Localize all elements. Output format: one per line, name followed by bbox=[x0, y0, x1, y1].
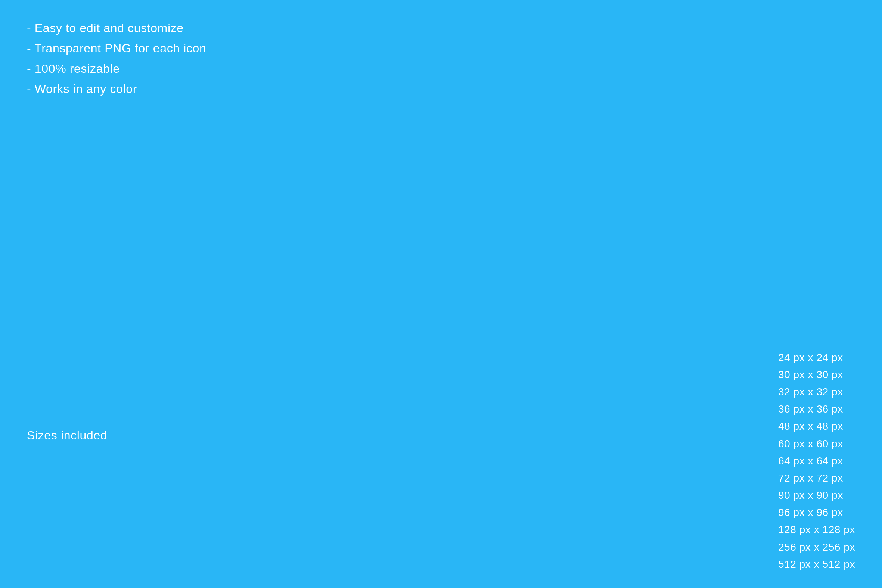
size-item: 48 px x 48 px bbox=[778, 418, 855, 435]
size-item: 96 px x 96 px bbox=[778, 504, 855, 521]
size-item: 64 px x 64 px bbox=[778, 453, 855, 470]
size-item: 512 px x 512 px bbox=[778, 556, 855, 573]
size-item: 32 px x 32 px bbox=[778, 383, 855, 400]
feature-item: - Works in any color bbox=[27, 79, 207, 99]
size-item: 36 px x 36 px bbox=[778, 400, 855, 418]
feature-item: - Easy to edit and customize bbox=[27, 18, 207, 38]
sizes-label: Sizes included bbox=[27, 429, 107, 442]
size-item: 128 px x 128 px bbox=[778, 521, 855, 538]
feature-item: - Transparent PNG for each icon bbox=[27, 38, 207, 58]
size-item: 30 px x 30 px bbox=[778, 366, 855, 383]
size-item: 90 px x 90 px bbox=[778, 487, 855, 504]
sizes-list: 24 px x 24 px30 px x 30 px32 px x 32 px3… bbox=[778, 349, 855, 573]
size-item: 72 px x 72 px bbox=[778, 470, 855, 487]
size-item: 60 px x 60 px bbox=[778, 435, 855, 453]
size-item: 256 px x 256 px bbox=[778, 539, 855, 556]
size-item: 24 px x 24 px bbox=[778, 349, 855, 366]
features-list: - Easy to edit and customize- Transparen… bbox=[27, 18, 207, 99]
feature-item: - 100% resizable bbox=[27, 58, 207, 79]
